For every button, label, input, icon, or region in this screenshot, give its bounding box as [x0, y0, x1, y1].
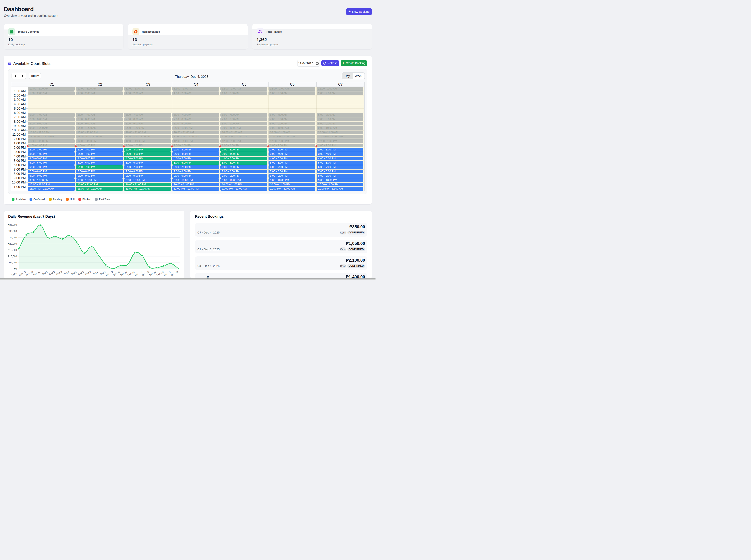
svg-text:Dec 20: Dec 20 — [156, 271, 164, 277]
svg-text:₱10,000: ₱10,000 — [8, 255, 17, 258]
svg-text:₱20,000: ₱20,000 — [8, 242, 17, 245]
svg-text:Nov 28: Nov 28 — [18, 271, 26, 277]
svg-text:Dec 5: Dec 5 — [70, 271, 77, 276]
svg-text:Dec 9: Dec 9 — [99, 271, 106, 276]
svg-text:Dec 2: Dec 2 — [49, 271, 55, 276]
svg-text:Dec 27: Dec 27 — [163, 271, 171, 277]
svg-text:Dec 4: Dec 4 — [63, 271, 70, 276]
svg-text:₱0: ₱0 — [14, 267, 17, 270]
svg-text:Dec 8: Dec 8 — [92, 271, 99, 276]
svg-text:Dec 11: Dec 11 — [113, 271, 121, 277]
svg-text:Dec 14: Dec 14 — [134, 271, 142, 277]
svg-text:Dec 12: Dec 12 — [120, 271, 128, 277]
svg-text:Dec 6: Dec 6 — [77, 271, 84, 276]
svg-text:Nov 29: Nov 29 — [26, 271, 34, 277]
svg-text:Dec 28: Dec 28 — [171, 271, 178, 277]
svg-text:Dec 10: Dec 10 — [105, 271, 113, 277]
svg-text:Dec 13: Dec 13 — [127, 271, 135, 277]
svg-text:Dec 15: Dec 15 — [141, 271, 150, 277]
svg-text:₱15,000: ₱15,000 — [8, 249, 17, 252]
svg-text:₱25,000: ₱25,000 — [8, 236, 17, 239]
svg-text:₱30,000: ₱30,000 — [8, 230, 17, 233]
svg-text:₱35,000: ₱35,000 — [8, 223, 17, 226]
svg-text:Nov 30: Nov 30 — [33, 271, 41, 277]
svg-text:Dec 18: Dec 18 — [149, 271, 157, 277]
svg-text:Dec 1: Dec 1 — [41, 271, 48, 276]
svg-text:₱5,000: ₱5,000 — [9, 261, 17, 264]
svg-text:Nov 27: Nov 27 — [11, 271, 19, 277]
svg-text:Dec 7: Dec 7 — [85, 271, 92, 276]
svg-text:Dec 3: Dec 3 — [56, 271, 62, 276]
